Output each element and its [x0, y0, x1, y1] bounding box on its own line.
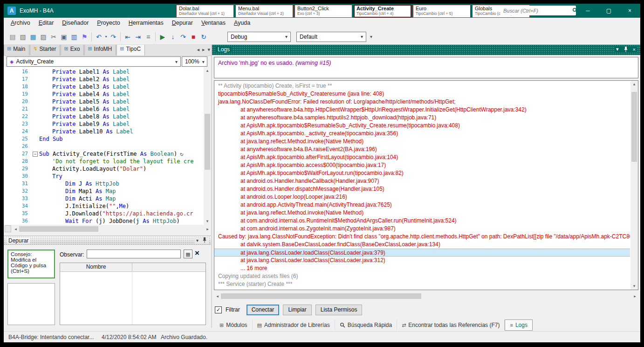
search-box[interactable] — [500, 6, 576, 15]
stop-icon[interactable]: ■ — [188, 32, 199, 42]
code-line[interactable]: 24Private Label10 As Label — [4, 128, 204, 135]
code-line[interactable]: 36Wait For (j) JobDone(j As HttpJob) — [4, 217, 204, 225]
code-editor[interactable]: 16Private Label1 As Label17Private Label… — [4, 67, 211, 225]
watch-column-nombre[interactable]: Nombre — [60, 263, 132, 271]
close-button[interactable]: × — [619, 4, 640, 18]
search-input[interactable] — [500, 8, 572, 14]
log-line[interactable]: at android.os.Handler.dispatchMessage(Ha… — [214, 185, 630, 193]
bottom-tab-encontrar-todas-las-referencias-f7[interactable]: ⇄Encontrar todas las Referencias (F7) — [397, 320, 505, 330]
code-line[interactable]: 21Private Label6 As Label — [4, 105, 204, 113]
scroll-right-icon[interactable]: ▸ — [631, 294, 638, 298]
menu-item-proyecto[interactable]: Proyecto — [93, 18, 124, 29]
scrollbar-thumb[interactable] — [19, 226, 98, 232]
log-line[interactable]: at ApisMh.apk.tipocambio$ResumableSub_Ac… — [214, 122, 630, 130]
log-line[interactable]: at dalvik.system.BaseDexClassLoader.find… — [214, 241, 630, 249]
watch-clear-icon[interactable]: × — [195, 249, 199, 258]
compiler-warning-box[interactable]: Archivo 'mh.jpg' no es usado. (warning #… — [214, 57, 638, 78]
forward-icon[interactable]: ↷ — [108, 32, 118, 42]
back-caret-icon[interactable]: ▾ — [104, 32, 108, 42]
scrollbar-thumb[interactable] — [221, 293, 421, 299]
log-line[interactable]: at ApisMh.apk.tipocambio.afterFirstLayou… — [214, 153, 630, 161]
menu-item-herramientas[interactable]: Herramientas — [124, 18, 168, 29]
log-line[interactable]: Copying updated assets files (6) — [214, 272, 630, 280]
doc-tab-menu-bal[interactable]: Menu.balDiseñador Visual (ctrl + 2) — [235, 5, 293, 18]
scrollbar-thumb[interactable] — [631, 92, 637, 162]
menu-item-ventanas[interactable]: Ventanas — [197, 18, 230, 29]
log-line[interactable]: at android.os.Handler.handleCallback(Han… — [214, 177, 630, 185]
designer-icon[interactable]: ▦ — [28, 32, 38, 42]
bottom-tab-modulos[interactable]: ⊞Módulos — [215, 320, 253, 330]
outdent-icon[interactable]: ⇤ — [123, 32, 133, 42]
code-line[interactable]: 28'Do not forget to load the layout file… — [4, 158, 204, 165]
doc-tab-button2-click[interactable]: Button2_ClickExo (ctrl + 3) — [295, 5, 352, 18]
scroll-right-icon[interactable]: ▸ — [204, 227, 211, 231]
module-tab-infomh[interactable]: ⊞InfoMH — [84, 45, 116, 56]
watch-input[interactable] — [87, 250, 181, 258]
step-into-icon[interactable]: ↓ — [168, 32, 178, 42]
copy-icon[interactable]: ▣ — [59, 32, 69, 42]
paste-icon[interactable]: ▥ — [69, 32, 79, 42]
pin-icon[interactable] — [623, 46, 628, 52]
bookmark-icon[interactable]: ⚑ — [79, 32, 89, 42]
code-line[interactable]: 29Activity.LoadLayout("Dolar") — [4, 165, 204, 173]
log-output[interactable]: ** Activity (tipocambio) Create, isFirst… — [214, 80, 638, 290]
bottom-tab-logs[interactable]: ≡Logs — [505, 319, 532, 331]
code-line[interactable]: 32Dim Map1 As Map — [4, 187, 204, 195]
log-line[interactable]: at ApisMh.apk.tipocambio$WaitForLayout.r… — [214, 169, 630, 177]
watch-grid-icon[interactable]: ▦ — [184, 250, 192, 258]
module-tab-main[interactable]: ⊞Main — [4, 45, 29, 56]
run-icon[interactable]: ▶ — [158, 32, 168, 42]
indent-icon[interactable]: ⇥ — [133, 32, 143, 42]
code-line[interactable]: 23Private Label9 As Label — [4, 120, 204, 128]
conectar-button[interactable]: Conectar — [247, 305, 280, 315]
new-icon[interactable]: ▤ — [7, 32, 18, 42]
scroll-up-icon[interactable]: ▴ — [204, 67, 211, 74]
back-icon[interactable]: ↶ — [94, 32, 104, 42]
open-icon[interactable]: ▧ — [18, 32, 28, 42]
code-line[interactable]: 22Private Label8 As Label — [4, 113, 204, 120]
fold-collapse-icon[interactable]: − — [33, 152, 38, 157]
log-line[interactable]: at com.android.internal.os.ZygoteInit.ma… — [214, 225, 630, 233]
log-line[interactable]: at anywheresoftware.b4a.http.HttpClientW… — [214, 106, 630, 114]
log-line[interactable]: Caused by: java.lang.ClassNotFoundExcept… — [214, 233, 630, 241]
splitter-box[interactable] — [5, 225, 11, 232]
cut-icon[interactable]: ✂ — [48, 32, 59, 42]
code-line[interactable]: 25End Sub — [4, 135, 204, 143]
tab-list-icon[interactable]: ▾ — [207, 47, 210, 53]
filtrar-checkbox[interactable]: ✓ — [215, 306, 222, 313]
log-line[interactable]: at anywheresoftware.b4a.samples.httputil… — [214, 114, 630, 122]
close-icon[interactable]: × — [633, 47, 636, 52]
code-line[interactable]: 16Private Label1 As Label — [4, 68, 204, 76]
tab-scroll-left-icon[interactable]: ◂ — [197, 47, 199, 53]
menu-item-ayuda[interactable]: Ayuda — [230, 18, 254, 29]
doc-tab-euro[interactable]: EuroTipoCambio (ctrl + 5) — [413, 5, 471, 18]
debug-panel-header[interactable]: Depurar ▾ — [4, 236, 211, 245]
log-line[interactable]: at ApisMh.apk.tipocambio.access$000(tipo… — [214, 161, 630, 169]
maximize-button[interactable]: ▢ — [598, 4, 619, 18]
zoom-select[interactable]: 100% ▾ — [182, 56, 207, 67]
restart-icon[interactable]: ↻ — [199, 32, 209, 42]
minimize-button[interactable]: ─ — [577, 4, 598, 18]
code-line[interactable]: 34J.Initialize("",Me) — [4, 202, 204, 210]
scroll-left-icon[interactable]: ◂ — [214, 294, 221, 298]
log-line[interactable]: at java.lang.reflect.Method.invoke(Nativ… — [214, 209, 630, 217]
toolbar-overflow-icon[interactable]: ▾ — [370, 34, 372, 39]
menu-item-archivo[interactable]: Archivo — [7, 18, 34, 29]
scroll-down-icon[interactable]: ▾ — [630, 283, 638, 290]
step-over-icon[interactable]: ↷ — [178, 32, 188, 42]
log-line[interactable]: at java.lang.ClassLoader.loadClass(Class… — [214, 257, 630, 264]
doc-tab-dolar-bal[interactable]: Dolar.balDiseñador Visual (ctrl + 1) — [176, 5, 234, 18]
doc-tab-activity-create[interactable]: Activity_CreateTipoCambio (ctrl + 4) — [354, 5, 411, 18]
code-line[interactable]: 18Private Label3 As Label — [4, 83, 204, 90]
log-line[interactable]: at ApisMh.apk.tipocambio._activity_creat… — [214, 130, 630, 138]
menu-item-disenador[interactable]: Diseñador — [58, 18, 93, 29]
code-line[interactable]: 30Try — [4, 173, 204, 180]
menu-item-editar[interactable]: Editar — [34, 18, 58, 29]
bottom-tab-administrador-de-librerias[interactable]: ▤Administrador de Librerías — [253, 320, 335, 330]
log-line[interactable]: *** Service (starter) Create *** — [214, 280, 630, 288]
log-line[interactable]: at android.app.ActivityThread.main(Activ… — [214, 201, 630, 209]
code-line[interactable]: 26 — [4, 143, 204, 150]
chevron-down-icon[interactable]: ▾ — [616, 46, 619, 52]
comment-icon[interactable]: ≡ — [143, 32, 153, 42]
code-line[interactable]: 31Dim J As HttpJob — [4, 180, 204, 187]
